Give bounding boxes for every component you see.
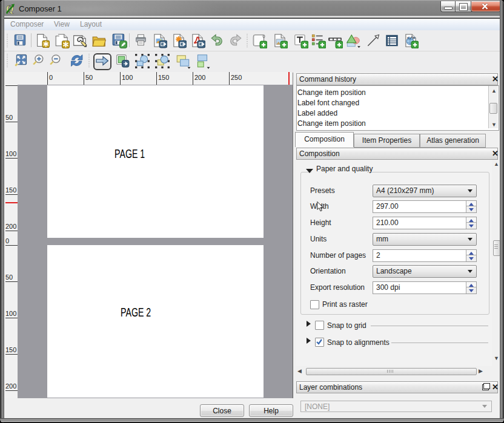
svg-text:</>: </> [407,36,416,41]
